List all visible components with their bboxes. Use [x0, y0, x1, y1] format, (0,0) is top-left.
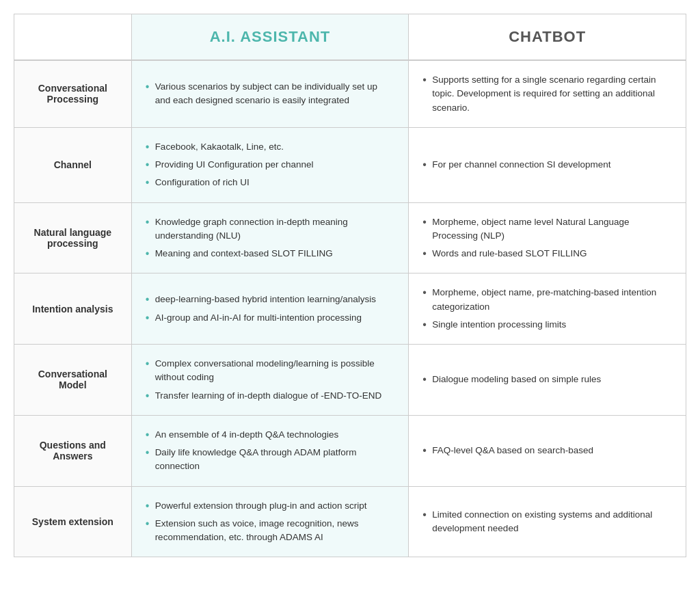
chatbot-point: Single intention processing limits [422, 318, 672, 332]
chatbot-point: Words and rule-based SLOT FILLING [422, 247, 672, 261]
chatbot-cell: For per channel connection SI developmen… [409, 127, 686, 202]
ai-point: An ensemble of 4 in-depth Q&A technologi… [146, 428, 395, 442]
table-row: Intention analysisdeep-learning-based hy… [14, 273, 686, 345]
row-label: Channel [14, 127, 132, 202]
ai-point: Transfer learning of in-depth dialogue o… [146, 389, 395, 403]
ai-point: Various scenarios by subject can be indi… [146, 80, 395, 108]
row-label: Intention analysis [14, 273, 132, 345]
ai-point: Knowledge graph connection in-depth mean… [146, 215, 395, 243]
ai-point: Configuration of rich UI [146, 176, 395, 189]
row-label: Conversational Processing [14, 60, 132, 127]
table-row: Questions and AnswersAn ensemble of 4 in… [14, 415, 686, 486]
chatbot-point: Morpheme, object name level Natural Lang… [422, 215, 672, 243]
ai-point: Daily life knowledge Q&A through ADAM pl… [146, 446, 395, 474]
ai-point: Extension such as voice, image recogniti… [146, 517, 395, 545]
table-body: Conversational ProcessingVarious scenari… [14, 60, 686, 557]
row-label: System extension [14, 486, 132, 557]
ai-point: Meaning and context-based SLOT FILLING [146, 247, 395, 261]
table-row: Natural language processingKnowledge gra… [14, 202, 686, 273]
ai-point: deep-learning-based hybrid intention lea… [146, 293, 395, 306]
chatbot-point: Dialogue modeling based on simple rules [422, 373, 672, 386]
chatbot-point: FAQ-level Q&A based on search-based [422, 444, 672, 457]
row-label: Natural language processing [14, 202, 132, 273]
table-header-row: A.I. ASSISTANT CHATBOT [14, 14, 686, 61]
chatbot-cell: FAQ-level Q&A based on search-based [409, 415, 686, 486]
ai-cell: deep-learning-based hybrid intention lea… [131, 273, 409, 345]
table-row: Conversational ProcessingVarious scenari… [14, 60, 686, 127]
chatbot-cell: Supports setting for a single scenario r… [409, 60, 686, 127]
ai-point: Powerful extension through plug-in and a… [146, 499, 395, 513]
header-ai-col: A.I. ASSISTANT [131, 14, 409, 61]
chatbot-cell: Limited connection on existing systems a… [409, 486, 686, 557]
ai-cell: An ensemble of 4 in-depth Q&A technologi… [131, 415, 409, 486]
table-row: System extensionPowerful extension throu… [14, 486, 686, 557]
ai-cell: Complex conversational modeling/learning… [131, 345, 409, 416]
chatbot-point: For per channel connection SI developmen… [422, 158, 672, 172]
ai-cell: Various scenarios by subject can be indi… [131, 60, 409, 127]
ai-point: AI-group and AI-in-AI for multi-intentio… [146, 311, 395, 325]
ai-cell: Knowledge graph connection in-depth mean… [131, 202, 409, 273]
table-row: Conversational ModelComplex conversation… [14, 345, 686, 416]
ai-point: Facebook, Kakaotalk, Line, etc. [146, 140, 395, 154]
ai-cell: Facebook, Kakaotalk, Line, etc.Providing… [131, 127, 409, 202]
table-row: ChannelFacebook, Kakaotalk, Line, etc.Pr… [14, 127, 686, 202]
row-label: Conversational Model [14, 345, 132, 416]
chatbot-point: Supports setting for a single scenario r… [422, 73, 672, 115]
ai-point: Complex conversational modeling/learning… [146, 357, 395, 385]
chatbot-point: Limited connection on existing systems a… [422, 508, 672, 536]
chatbot-cell: Dialogue modeling based on simple rules [409, 345, 686, 416]
ai-cell: Powerful extension through plug-in and a… [131, 486, 409, 557]
chatbot-point: Morpheme, object name, pre-matching-base… [422, 286, 672, 314]
chatbot-cell: Morpheme, object name level Natural Lang… [409, 202, 686, 273]
header-chatbot-col: CHATBOT [409, 14, 686, 61]
header-label-col [14, 14, 132, 61]
ai-point: Providing UI Configuration per channel [146, 158, 395, 172]
row-label: Questions and Answers [14, 415, 132, 486]
chatbot-cell: Morpheme, object name, pre-matching-base… [409, 273, 686, 345]
comparison-table: A.I. ASSISTANT CHATBOT Conversational Pr… [14, 14, 686, 557]
